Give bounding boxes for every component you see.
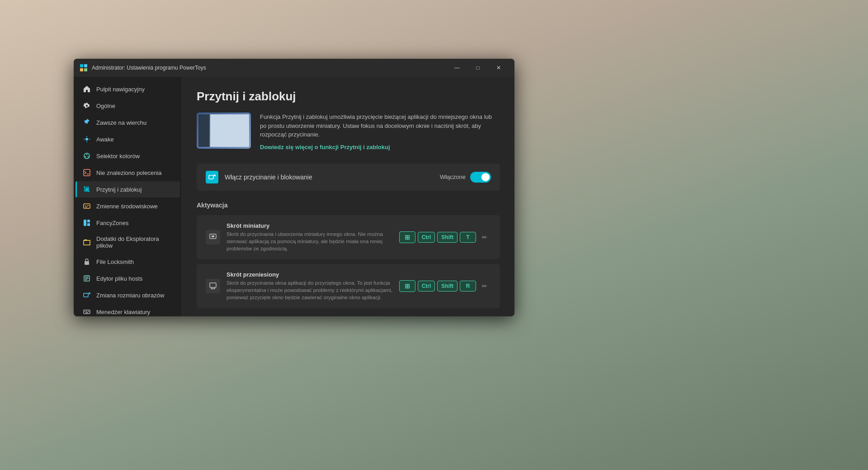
keyboard-icon — [83, 308, 91, 316]
edit-shortcut-transferred-button[interactable]: ✏ — [478, 280, 491, 292]
sidebar: Pulpit nawigacyjny Ogólne Zawsze na wier… — [74, 77, 182, 316]
sidebar-label-file-locksmith: File Locksmith — [96, 258, 134, 265]
shortcut-transferred-card: Skrót przeniesiony Skrót do przycinania … — [197, 264, 500, 308]
sidebar-label-resize: Zmiana rozmiaru obrazów — [96, 292, 164, 299]
close-button[interactable]: ✕ — [488, 61, 509, 75]
toggle-status: Włączone — [440, 174, 466, 180]
feature-learn-more-link[interactable]: Dowiedz się więcej o funkcji Przytnij i … — [260, 144, 390, 150]
shortcut-transferred-info: Skrót przeniesiony Skrót do przycinania … — [226, 271, 393, 301]
sidebar-item-crop-lock[interactable]: Przytnij i zablokuj — [75, 181, 180, 197]
sidebar-label-always-on-top: Zawsze na wierchu — [96, 119, 146, 126]
shortcut-transferred-keys: ⊞ Ctrl Shift R ✏ — [399, 280, 491, 292]
key-win-1: ⊞ — [399, 231, 415, 243]
sidebar-label-general: Ogólne — [96, 103, 115, 109]
shortcut-transferred-name: Skrót przeniesiony — [226, 271, 393, 278]
sidebar-item-home[interactable]: Pulpit nawigacyjny — [75, 81, 180, 97]
svg-rect-16 — [84, 220, 86, 226]
sidebar-item-explorer[interactable]: Dodatki do Eksploratora plików — [75, 231, 180, 253]
sidebar-item-file-locksmith[interactable]: File Locksmith — [75, 254, 180, 270]
sidebar-item-color-picker[interactable]: Selektor kolorów — [75, 148, 180, 164]
hosts-icon — [83, 274, 91, 282]
maximize-button[interactable]: □ — [467, 61, 488, 75]
sidebar-label-home: Pulpit nawigacyjny — [96, 86, 145, 93]
app-window: Administrator: Ustawienia programu Power… — [74, 59, 514, 316]
sidebar-item-keyboard[interactable]: Menedżer klawiatury — [75, 304, 180, 316]
main-content: Przytnij i zablokuj Funkcja Przytnij i z… — [182, 77, 514, 316]
shortcut-miniature-icon — [206, 230, 220, 244]
fancy-icon — [83, 219, 91, 227]
window-title: Administrator: Ustawienia programu Power… — [92, 65, 447, 71]
shortcut-miniature-info: Skrót miniatury Skrót do przycinania i u… — [226, 222, 393, 252]
key-shift-1: Shift — [437, 232, 458, 243]
shortcut-transferred-icon — [206, 279, 220, 293]
svg-rect-28 — [209, 175, 213, 179]
feature-hero: Funkcja Przytnij i zablokuj umożliwia pr… — [197, 113, 500, 151]
activation-section-title: Aktywacja — [197, 202, 500, 209]
svg-rect-25 — [88, 311, 89, 312]
minimize-button[interactable]: — — [447, 61, 467, 75]
window-controls: — □ ✕ — [447, 61, 509, 75]
sidebar-label-awake: Awake — [96, 136, 114, 143]
page-title: Przytnij i zablokuj — [197, 89, 500, 103]
pin-icon — [83, 118, 91, 127]
thumb-sidebar — [198, 114, 209, 147]
shortcut-miniature-keys: ⊞ Ctrl Shift T ✏ — [399, 231, 491, 244]
enable-toggle-section: Włącz przycinanie i blokowanie Włączone — [197, 164, 500, 191]
svg-rect-17 — [87, 220, 90, 222]
svg-point-12 — [88, 156, 89, 158]
svg-rect-26 — [85, 312, 88, 313]
sidebar-label-hosts: Edytor pliku hosts — [96, 275, 143, 282]
svg-rect-31 — [210, 283, 216, 287]
sidebar-label-keyboard: Menedżer klawiatury — [96, 309, 150, 315]
sidebar-item-general[interactable]: Ogólne — [75, 98, 180, 114]
feature-thumbnail — [197, 113, 251, 149]
key-t: T — [460, 232, 476, 243]
svg-rect-19 — [85, 261, 89, 265]
title-bar: Administrator: Ustawienia programu Power… — [74, 59, 514, 77]
sidebar-item-awake[interactable]: Awake — [75, 131, 180, 147]
color-icon — [83, 152, 91, 160]
awake-icon — [83, 135, 91, 143]
svg-point-4 — [85, 138, 88, 141]
svg-rect-21 — [84, 293, 88, 297]
sidebar-item-env[interactable]: Zmienne środowiskowe — [75, 198, 180, 214]
toggle-feature-icon — [206, 171, 218, 183]
sidebar-item-fancy-zones[interactable]: FancyZones — [75, 215, 180, 231]
svg-rect-15 — [84, 204, 90, 208]
feature-desc-text: Funkcja Przytnij i zablokuj umożliwia pr… — [260, 113, 500, 139]
sidebar-item-hosts[interactable]: Edytor pliku hosts — [75, 270, 180, 287]
sidebar-label-fancy-zones: FancyZones — [96, 220, 129, 226]
sidebar-label-run: Nie znaleziono polecenia — [96, 169, 162, 176]
env-icon — [83, 202, 91, 210]
home-icon — [83, 85, 91, 93]
shortcut-miniature-desc: Skrót do przycinania i utworzenia miniat… — [226, 230, 393, 252]
svg-rect-0 — [80, 64, 83, 67]
sidebar-label-explorer: Dodatki do Eksploratora plików — [96, 235, 173, 249]
enable-toggle[interactable] — [470, 172, 491, 183]
sidebar-item-resize[interactable]: Zmiana rozmiaru obrazów — [75, 287, 180, 303]
svg-rect-24 — [86, 311, 87, 312]
shortcut-miniature-card: Skrót miniatury Skrót do przycinania i u… — [197, 215, 500, 259]
shortcut-transferred-desc: Skrót do przycinania okna aplikacji do p… — [226, 279, 393, 301]
sidebar-item-always-on-top[interactable]: Zawsze na wierchu — [75, 114, 180, 131]
key-win-2: ⊞ — [399, 280, 415, 292]
svg-rect-18 — [87, 223, 90, 226]
sidebar-label-crop-lock: Przytnij i zablokuj — [96, 186, 142, 193]
enable-label: Włącz przycinanie i blokowanie — [225, 174, 440, 181]
key-ctrl-2: Ctrl — [418, 281, 435, 291]
gear-icon — [83, 102, 91, 110]
sidebar-label-env: Zmienne środowiskowe — [96, 203, 158, 210]
crop-icon — [83, 185, 91, 193]
content-area: Pulpit nawigacyjny Ogólne Zawsze na wier… — [74, 77, 514, 316]
svg-rect-13 — [84, 169, 90, 176]
svg-rect-30 — [212, 235, 214, 237]
edit-shortcut-miniature-button[interactable]: ✏ — [478, 231, 491, 244]
key-shift-2: Shift — [437, 281, 458, 291]
sidebar-item-run[interactable]: Nie znaleziono polecenia — [75, 164, 180, 181]
toggle-right: Włączone — [440, 172, 491, 183]
shortcut-miniature-name: Skrót miniatury — [226, 222, 393, 229]
app-icon — [79, 63, 88, 72]
svg-point-11 — [85, 156, 86, 158]
explorer-icon — [83, 238, 91, 246]
svg-rect-14 — [85, 188, 88, 191]
